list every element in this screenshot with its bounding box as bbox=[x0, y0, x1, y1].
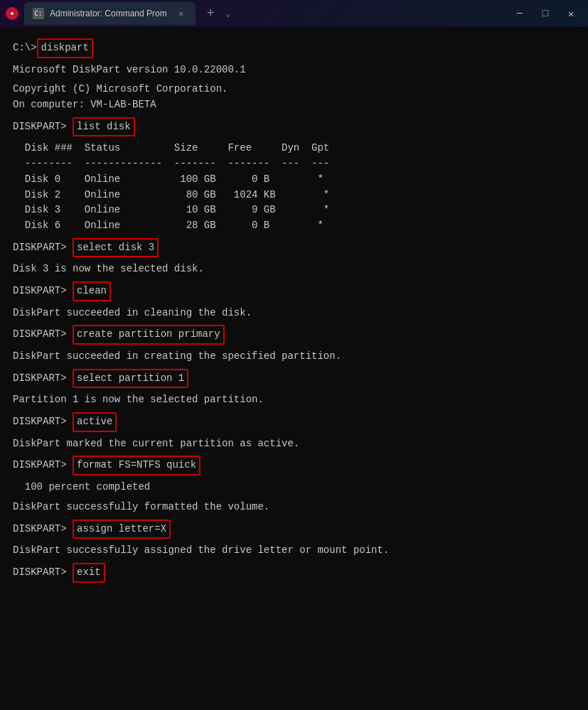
line-clean-cmd: DISKPART> clean bbox=[13, 281, 575, 301]
tab-label: Administrator: Command Prom bbox=[50, 9, 167, 18]
titlebar-left: C: Administrator: Command Prom ✕ + ⌄ bbox=[6, 2, 508, 25]
diskpart-prompt-4: DISKPART> bbox=[13, 327, 73, 343]
maximize-button[interactable]: □ bbox=[534, 4, 557, 23]
diskpart-prompt-5: DISKPART> bbox=[13, 371, 73, 387]
diskpart-prompt-3: DISKPART> bbox=[13, 284, 73, 299]
disk-separator: -------- ------------- ------- ------- -… bbox=[13, 156, 575, 172]
cmd-assign: assign letter=X bbox=[73, 520, 171, 539]
window-controls: ─ □ ✕ bbox=[508, 4, 582, 23]
cmd-format: format FS=NTFS quick bbox=[73, 456, 201, 475]
assign-result: DiskPart successfully assigned the drive… bbox=[13, 543, 575, 559]
line-assign-cmd: DISKPART> assign letter=X bbox=[13, 520, 575, 539]
cmd-diskpart: diskpart bbox=[37, 38, 93, 58]
disk-0: Disk 0 Online 100 GB 0 B * bbox=[13, 172, 575, 188]
disk-header: Disk ### Status Size Free Dyn Gpt bbox=[13, 141, 575, 156]
line-list-disk-cmd: DISKPART> list disk bbox=[13, 117, 575, 137]
active-tab[interactable]: C: Administrator: Command Prom ✕ bbox=[24, 2, 196, 25]
line-select-disk-cmd: DISKPART> select disk 3 bbox=[13, 238, 575, 258]
create-partition-result: DiskPart succeeded in creating the speci… bbox=[13, 349, 575, 365]
prompt-prefix: C:\> bbox=[13, 41, 37, 56]
cmd-select-disk: select disk 3 bbox=[73, 238, 159, 258]
disk-3: Disk 3 Online 10 GB 9 GB * bbox=[13, 203, 575, 218]
line-copyright: Copyright (C) Microsoft Corporation. bbox=[13, 82, 575, 97]
cmd-active: active bbox=[73, 412, 117, 432]
select-partition-result: Partition 1 is now the selected partitio… bbox=[13, 392, 575, 408]
cmd-list-disk: list disk bbox=[73, 117, 135, 137]
disk-6: Disk 6 Online 28 GB 0 B * bbox=[13, 218, 575, 234]
terminal-window[interactable]: C:\>diskpart Microsoft DiskPart version … bbox=[0, 27, 588, 710]
svg-point-0 bbox=[11, 12, 14, 15]
cmd-icon: C: bbox=[33, 8, 44, 19]
diskpart-prompt-1: DISKPART> bbox=[13, 119, 73, 135]
app-icon bbox=[6, 7, 18, 20]
diskpart-prompt-9: DISKPART> bbox=[13, 565, 73, 581]
line-select-partition-cmd: DISKPART> select partition 1 bbox=[13, 369, 575, 389]
line-exit-cmd: DISKPART> exit bbox=[13, 563, 575, 583]
active-result: DiskPart marked the current partition as… bbox=[13, 436, 575, 452]
line-format-cmd: DISKPART> format FS=NTFS quick bbox=[13, 456, 575, 475]
cmd-select-partition: select partition 1 bbox=[73, 369, 188, 389]
cmd-create-partition: create partition primary bbox=[73, 325, 225, 345]
clean-result: DiskPart succeeded in cleaning the disk. bbox=[13, 306, 575, 321]
titlebar: C: Administrator: Command Prom ✕ + ⌄ ─ □… bbox=[0, 0, 588, 27]
select-disk-result: Disk 3 is now the selected disk. bbox=[13, 262, 575, 277]
line-active-cmd: DISKPART> active bbox=[13, 412, 575, 432]
format-result: DiskPart successfully formatted the volu… bbox=[13, 500, 575, 515]
tab-close-button[interactable]: ✕ bbox=[176, 8, 187, 19]
format-progress: 100 percent completed bbox=[13, 480, 575, 495]
line-diskpart: C:\>diskpart bbox=[13, 38, 575, 58]
line-computer: On computer: VM-LAB-BETA bbox=[13, 97, 575, 113]
diskpart-prompt-2: DISKPART> bbox=[13, 240, 73, 256]
diskpart-prompt-8: DISKPART> bbox=[13, 522, 73, 537]
disk-2: Disk 2 Online 80 GB 1024 KB * bbox=[13, 188, 575, 203]
add-tab-button[interactable]: + bbox=[201, 6, 220, 21]
tab-dropdown-button[interactable]: ⌄ bbox=[226, 9, 231, 19]
diskpart-prompt-6: DISKPART> bbox=[13, 414, 73, 430]
line-create-partition-cmd: DISKPART> create partition primary bbox=[13, 325, 575, 345]
line-version: Microsoft DiskPart version 10.0.22000.1 bbox=[13, 63, 575, 78]
minimize-button[interactable]: ─ bbox=[508, 4, 531, 23]
cmd-exit: exit bbox=[73, 563, 105, 583]
diskpart-prompt-7: DISKPART> bbox=[13, 458, 73, 473]
close-button[interactable]: ✕ bbox=[560, 4, 582, 23]
cmd-clean: clean bbox=[73, 281, 111, 301]
